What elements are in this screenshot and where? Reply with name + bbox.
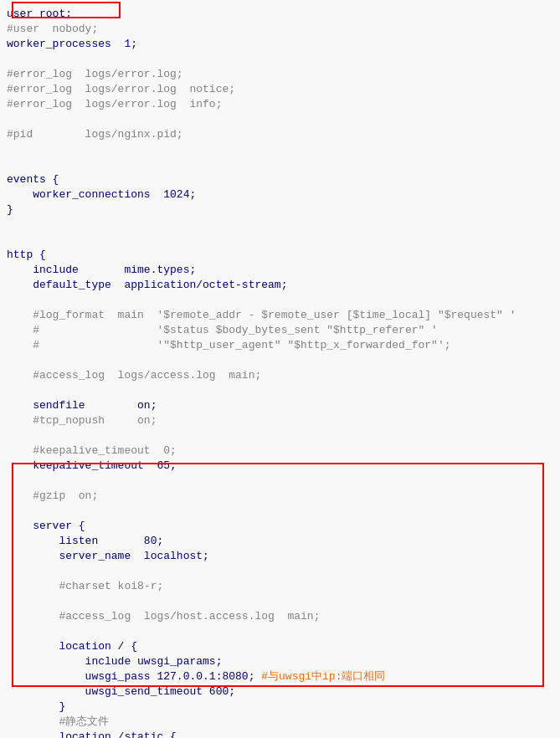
line-45: uwsgi_pass 127.0.0.1:8080; #与uwsgi中ip:端口…: [0, 669, 560, 684]
line-36: listen 80;: [0, 534, 560, 549]
line-42: [0, 624, 560, 639]
line-content-46: uwsgi_send_timeout 600;: [7, 684, 553, 700]
line-24: [0, 353, 560, 368]
line-17: http {: [0, 248, 560, 263]
line-27: sendfile on;: [0, 398, 560, 413]
line-content-14: }: [7, 202, 553, 218]
line-10: [0, 142, 560, 157]
line-5: #error_log logs/error.log;: [0, 67, 560, 82]
line-4: [0, 52, 560, 67]
line-23: # '"$http_user_agent" "$http_x_forwarded…: [0, 338, 560, 353]
line-34: [0, 504, 560, 519]
line-content-36: listen 80;: [7, 534, 553, 549]
line-26: [0, 383, 560, 398]
line-content-4: [7, 52, 553, 67]
line-content-18: include mime.types;: [7, 263, 553, 278]
line-20: [0, 293, 560, 308]
line-38: [0, 564, 560, 579]
line-13: worker_connections 1024;: [0, 187, 560, 202]
line-content-35: server {: [7, 519, 553, 534]
line-content-41: #access_log logs/host.access.log main;: [7, 609, 553, 624]
line-content-1: user root;: [7, 7, 553, 22]
line-content-29: [7, 428, 553, 443]
line-content-16: [7, 233, 553, 248]
line-content-23: # '"$http_user_agent" "$http_x_forwarded…: [7, 338, 553, 353]
line-16: [0, 233, 560, 248]
line-content-5: #error_log logs/error.log;: [7, 67, 553, 82]
line-8: [0, 112, 560, 127]
line-content-9: #pid logs/nginx.pid;: [7, 127, 553, 142]
line-49: location /static {: [0, 730, 560, 738]
line-content-42: [7, 624, 553, 639]
line-content-8: [7, 112, 553, 127]
line-43: location / {: [0, 639, 560, 654]
line-41: #access_log logs/host.access.log main;: [0, 609, 560, 624]
line-content-2: #user nobody;: [7, 22, 553, 37]
line-content-40: [7, 594, 553, 609]
line-content-25: #access_log logs/access.log main;: [7, 368, 553, 383]
line-39: #charset koi8-r;: [0, 579, 560, 594]
line-content-32: [7, 474, 553, 489]
line-content-3: worker_processes 1;: [7, 37, 553, 52]
line-content-39: #charset koi8-r;: [7, 579, 553, 594]
line-44: include uwsgi_params;: [0, 654, 560, 669]
line-content-10: [7, 142, 553, 157]
line-content-48: #静态文件: [7, 715, 553, 730]
line-48: #静态文件: [0, 715, 560, 730]
line-content-20: [7, 293, 553, 308]
line-25: #access_log logs/access.log main;: [0, 368, 560, 383]
line-content-44: include uwsgi_params;: [7, 654, 553, 669]
line-22: # '$status $body_bytes_sent "$http_refer…: [0, 323, 560, 338]
line-15: [0, 218, 560, 233]
line-content-6: #error_log logs/error.log notice;: [7, 82, 553, 97]
line-32: [0, 474, 560, 489]
line-content-12: events {: [7, 172, 553, 187]
line-46: uwsgi_send_timeout 600;: [0, 684, 560, 700]
line-content-26: [7, 383, 553, 398]
line-40: [0, 594, 560, 609]
line-content-17: http {: [7, 248, 553, 263]
line-content-15: [7, 218, 553, 233]
line-content-13: worker_connections 1024;: [7, 187, 553, 202]
line-31: keepalive_timeout 65;: [0, 459, 560, 474]
line-content-30: #keepalive_timeout 0;: [7, 443, 553, 459]
line-14: }: [0, 202, 560, 218]
line-content-37: server_name localhost;: [7, 549, 553, 564]
line-28: #tcp_nopush on;: [0, 413, 560, 428]
line-11: [0, 157, 560, 172]
line-1: user root;: [0, 7, 560, 22]
line-content-31: keepalive_timeout 65;: [7, 459, 553, 474]
line-47: }: [0, 700, 560, 715]
line-content-47: }: [7, 700, 553, 715]
line-19: default_type application/octet-stream;: [0, 278, 560, 293]
line-content-11: [7, 157, 553, 172]
line-33: #gzip on;: [0, 489, 560, 504]
line-12: events {: [0, 172, 560, 187]
line-35: server {: [0, 519, 560, 534]
line-content-28: #tcp_nopush on;: [7, 413, 553, 428]
line-content-43: location / {: [7, 639, 553, 654]
line-29: [0, 428, 560, 443]
line-content-19: default_type application/octet-stream;: [7, 278, 553, 293]
line-content-45: uwsgi_pass 127.0.0.1:8080; #与uwsgi中ip:端口…: [7, 669, 553, 684]
line-2: #user nobody;: [0, 22, 560, 37]
line-content-33: #gzip on;: [7, 489, 553, 504]
line-content-24: [7, 353, 553, 368]
line-7: #error_log logs/error.log info;: [0, 97, 560, 112]
line-30: #keepalive_timeout 0;: [0, 443, 560, 459]
line-content-22: # '$status $body_bytes_sent "$http_refer…: [7, 323, 553, 338]
line-content-21: #log_format main '$remote_addr - $remote…: [7, 308, 553, 323]
line-9: #pid logs/nginx.pid;: [0, 127, 560, 142]
code-container: user root; #user nobody; worker_processe…: [0, 0, 560, 738]
line-content-27: sendfile on;: [7, 398, 553, 413]
line-content-34: [7, 504, 553, 519]
line-content-7: #error_log logs/error.log info;: [7, 97, 553, 112]
line-37: server_name localhost;: [0, 549, 560, 564]
line-content-38: [7, 564, 553, 579]
line-content-49: location /static {: [7, 730, 553, 738]
line-18: include mime.types;: [0, 263, 560, 278]
line-21: #log_format main '$remote_addr - $remote…: [0, 308, 560, 323]
line-6: #error_log logs/error.log notice;: [0, 82, 560, 97]
line-3: worker_processes 1;: [0, 37, 560, 52]
